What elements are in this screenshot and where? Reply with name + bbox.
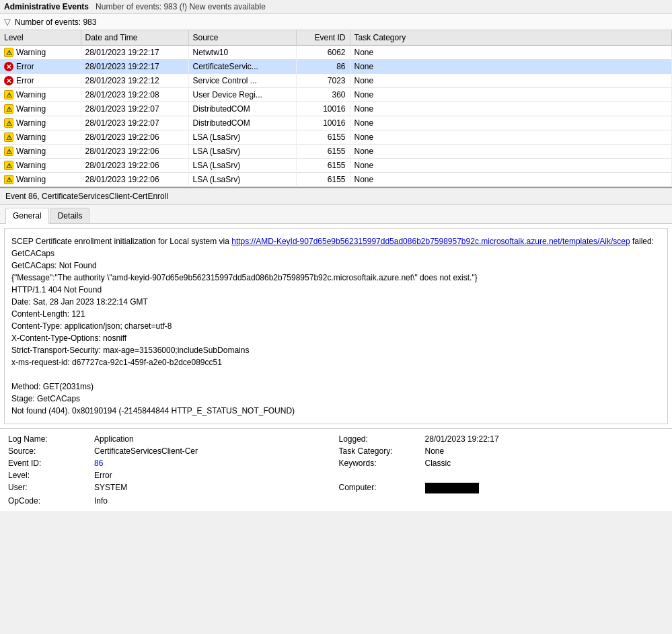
cell-source: DistributedCOM: [188, 102, 296, 116]
table-row[interactable]: ✕Error28/01/2023 19:22:12Service Control…: [0, 74, 672, 88]
cell-task_category: None: [350, 145, 672, 159]
cell-task_category: None: [350, 130, 672, 145]
tab-details[interactable]: Details: [50, 208, 90, 223]
warning-icon: ⚠: [4, 161, 13, 170]
cell-source: LSA (LsaSrv): [188, 145, 296, 159]
cell-source: CertificateServic...: [188, 60, 296, 74]
level-text: Warning: [16, 175, 46, 184]
cell-source: User Device Regi...: [188, 88, 296, 102]
col-datetime: Date and Time: [81, 30, 188, 46]
cell-source: Netwtw10: [188, 46, 296, 60]
cell-datetime: 28/01/2023 19:22:12: [81, 74, 188, 88]
error-icon: ✕: [4, 76, 13, 85]
table-row[interactable]: ⚠Warning28/01/2023 19:22:07DistributedCO…: [0, 102, 672, 116]
computer-label: Computer:: [339, 483, 420, 493]
event-id-label: Event ID:: [8, 459, 89, 468]
cell-datetime: 28/01/2023 19:22:07: [81, 116, 188, 130]
logged-label: Logged:: [339, 434, 420, 444]
source-value: CertificateServicesClient-Cer: [94, 446, 334, 456]
events-table-section: Level Date and Time Source Event ID Task…: [0, 30, 672, 188]
cell-level: ⚠Warning: [0, 88, 81, 102]
warning-icon: ⚠: [4, 104, 13, 114]
event-title-bar: Event 86, CertificateServicesClient-Cert…: [0, 188, 672, 205]
cell-level: ⚠Warning: [0, 130, 81, 145]
level-text: Warning: [16, 132, 46, 142]
cell-datetime: 28/01/2023 19:22:06: [81, 130, 188, 145]
cell-event_id: 6062: [296, 46, 350, 60]
col-level: Level: [0, 30, 81, 46]
col-source: Source: [188, 30, 296, 46]
cell-level: ⚠Warning: [0, 145, 81, 159]
cell-event_id: 6155: [296, 145, 350, 159]
cell-task_category: None: [350, 116, 672, 130]
cell-task_category: None: [350, 173, 672, 187]
keywords-label: Keywords:: [339, 459, 420, 468]
detail-text-after-link: failed:: [630, 237, 654, 246]
level-text: Warning: [16, 90, 46, 100]
cell-datetime: 28/01/2023 19:22:17: [81, 46, 188, 60]
level-label: Level:: [8, 471, 89, 480]
keywords-value: Classic: [425, 459, 665, 468]
task-category-value: None: [425, 446, 665, 456]
event-title: Event 86, CertificateServicesClient-Cert…: [5, 192, 168, 201]
table-row[interactable]: ⚠Warning28/01/2023 19:22:08User Device R…: [0, 88, 672, 102]
cell-task_category: None: [350, 60, 672, 74]
level-text: Warning: [16, 147, 46, 156]
detail-content: SCEP Certificate enrollment initializati…: [4, 228, 668, 424]
log-name-value: Application: [94, 434, 334, 444]
cell-datetime: 28/01/2023 19:22:07: [81, 102, 188, 116]
table-row[interactable]: ⚠Warning28/01/2023 19:22:17Netwtw106062N…: [0, 46, 672, 60]
cell-source: LSA (LsaSrv): [188, 159, 296, 173]
cell-event_id: 10016: [296, 102, 350, 116]
filter-icon: ▽: [4, 17, 11, 27]
opcode-value: Info: [94, 496, 334, 506]
table-row[interactable]: ⚠Warning28/01/2023 19:22:06LSA (LsaSrv)6…: [0, 145, 672, 159]
level-text: Warning: [16, 48, 46, 57]
col-event-id: Event ID: [296, 30, 350, 46]
logged-value: 28/01/2023 19:22:17: [425, 434, 665, 444]
table-row[interactable]: ⚠Warning28/01/2023 19:22:07DistributedCO…: [0, 116, 672, 130]
cell-task_category: None: [350, 88, 672, 102]
cell-event_id: 360: [296, 88, 350, 102]
cell-level: ⚠Warning: [0, 116, 81, 130]
table-row[interactable]: ⚠Warning28/01/2023 19:22:06LSA (LsaSrv)6…: [0, 173, 672, 187]
cell-datetime: 28/01/2023 19:22:06: [81, 173, 188, 187]
task-category-label: Task Category:: [339, 446, 420, 456]
cell-level: ✕Error: [0, 74, 81, 88]
table-header-row: Level Date and Time Source Event ID Task…: [0, 30, 672, 46]
cell-task_category: None: [350, 74, 672, 88]
cell-source: DistributedCOM: [188, 116, 296, 130]
warning-icon: ⚠: [4, 118, 13, 128]
warning-icon: ⚠: [4, 48, 13, 57]
header-bar: Administrative Events Number of events: …: [0, 0, 672, 14]
warning-icon: ⚠: [4, 147, 13, 156]
cell-level: ✕Error: [0, 60, 81, 74]
detail-section: General Details SCEP Certificate enrollm…: [0, 205, 672, 511]
cell-event_id: 86: [296, 60, 350, 74]
cell-event_id: 6155: [296, 173, 350, 187]
header-title: Administrative Events: [4, 2, 89, 11]
cell-task_category: None: [350, 102, 672, 116]
table-row[interactable]: ✕Error28/01/2023 19:22:17CertificateServ…: [0, 60, 672, 74]
detail-text-before-link: SCEP Certificate enrollment initializati…: [11, 237, 231, 246]
cell-level: ⚠Warning: [0, 159, 81, 173]
source-label: Source:: [8, 446, 89, 456]
cell-event_id: 6155: [296, 130, 350, 145]
cell-event_id: 7023: [296, 74, 350, 88]
table-body: ⚠Warning28/01/2023 19:22:17Netwtw106062N…: [0, 46, 672, 187]
table-row[interactable]: ⚠Warning28/01/2023 19:22:06LSA (LsaSrv)6…: [0, 159, 672, 173]
error-icon: ✕: [4, 62, 13, 71]
cell-source: Service Control ...: [188, 74, 296, 88]
warning-icon: ⚠: [4, 175, 13, 184]
tab-general[interactable]: General: [5, 208, 49, 224]
cell-datetime: 28/01/2023 19:22:06: [81, 145, 188, 159]
warning-icon: ⚠: [4, 132, 13, 142]
level-text: Error: [16, 76, 34, 85]
tabs-row: General Details: [0, 205, 672, 224]
cell-source: LSA (LsaSrv): [188, 130, 296, 145]
table-row[interactable]: ⚠Warning28/01/2023 19:22:06LSA (LsaSrv)6…: [0, 130, 672, 145]
detail-link[interactable]: https://AMD-KeyId-907d65e9b562315997dd5a…: [231, 237, 630, 246]
cell-datetime: 28/01/2023 19:22:17: [81, 60, 188, 74]
cell-task_category: None: [350, 46, 672, 60]
filter-bar: ▽ Number of events: 983: [0, 14, 672, 30]
